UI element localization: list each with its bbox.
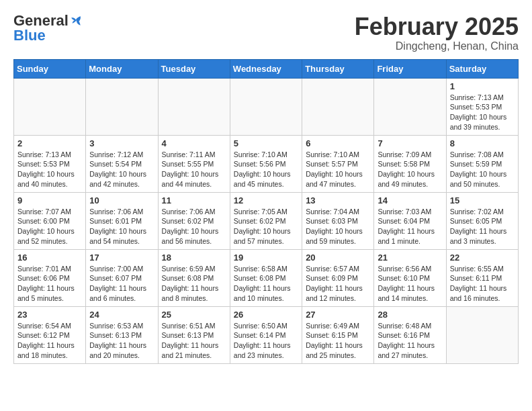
day-info: Sunrise: 7:08 AM Sunset: 5:59 PM Dayligh… — [450, 150, 515, 189]
day-number: 15 — [450, 195, 515, 205]
calendar-cell: 17Sunrise: 7:00 AM Sunset: 6:07 PM Dayli… — [86, 249, 158, 306]
calendar-cell: 19Sunrise: 6:58 AM Sunset: 6:08 PM Dayli… — [230, 249, 302, 306]
calendar-cell: 21Sunrise: 6:56 AM Sunset: 6:10 PM Dayli… — [374, 249, 446, 306]
calendar-cell: 5Sunrise: 7:10 AM Sunset: 5:56 PM Daylig… — [230, 135, 302, 192]
calendar-cell — [14, 78, 86, 135]
calendar-cell: 3Sunrise: 7:12 AM Sunset: 5:54 PM Daylig… — [86, 135, 158, 192]
day-number: 14 — [378, 195, 442, 205]
weekday-header: Wednesday — [230, 59, 302, 78]
calendar-cell — [374, 78, 446, 135]
page-header: General Blue February 2025 Dingcheng, He… — [13, 13, 519, 52]
day-number: 7 — [378, 138, 442, 148]
day-number: 6 — [306, 138, 370, 148]
calendar-week-row: 23Sunrise: 6:54 AM Sunset: 6:12 PM Dayli… — [14, 306, 519, 363]
weekday-header: Saturday — [446, 59, 518, 78]
day-number: 28 — [378, 310, 442, 320]
calendar-week-row: 1Sunrise: 7:13 AM Sunset: 5:53 PM Daylig… — [14, 78, 519, 135]
weekday-header: Tuesday — [158, 59, 230, 78]
weekday-header: Friday — [374, 59, 446, 78]
day-info: Sunrise: 7:10 AM Sunset: 5:56 PM Dayligh… — [234, 150, 298, 189]
calendar-cell: 24Sunrise: 6:53 AM Sunset: 6:13 PM Dayli… — [86, 306, 158, 363]
calendar-week-row: 9Sunrise: 7:07 AM Sunset: 6:00 PM Daylig… — [14, 192, 519, 249]
day-info: Sunrise: 7:01 AM Sunset: 6:06 PM Dayligh… — [17, 264, 82, 304]
calendar-cell: 26Sunrise: 6:50 AM Sunset: 6:14 PM Dayli… — [230, 306, 302, 363]
day-number: 13 — [306, 195, 370, 205]
calendar-cell: 14Sunrise: 7:03 AM Sunset: 6:04 PM Dayli… — [374, 192, 446, 249]
day-number: 16 — [17, 253, 82, 263]
day-number: 18 — [162, 253, 226, 263]
day-number: 21 — [378, 253, 442, 263]
day-number: 11 — [162, 195, 226, 205]
location-text: Dingcheng, Henan, China — [355, 40, 519, 52]
calendar-cell — [86, 78, 158, 135]
calendar-cell: 15Sunrise: 7:02 AM Sunset: 6:05 PM Dayli… — [446, 192, 518, 249]
weekday-header: Thursday — [302, 59, 374, 78]
calendar-cell: 8Sunrise: 7:08 AM Sunset: 5:59 PM Daylig… — [446, 135, 518, 192]
day-info: Sunrise: 7:00 AM Sunset: 6:07 PM Dayligh… — [89, 264, 154, 304]
calendar-cell: 25Sunrise: 6:51 AM Sunset: 6:13 PM Dayli… — [158, 306, 230, 363]
calendar-table: SundayMondayTuesdayWednesdayThursdayFrid… — [13, 59, 519, 364]
day-info: Sunrise: 6:59 AM Sunset: 6:08 PM Dayligh… — [162, 264, 226, 304]
day-number: 9 — [17, 195, 82, 205]
day-info: Sunrise: 6:50 AM Sunset: 6:14 PM Dayligh… — [234, 321, 298, 361]
day-info: Sunrise: 7:04 AM Sunset: 6:03 PM Dayligh… — [306, 207, 370, 246]
weekday-header: Sunday — [14, 59, 86, 78]
title-block: February 2025 Dingcheng, Henan, China — [355, 13, 519, 52]
day-info: Sunrise: 7:13 AM Sunset: 5:53 PM Dayligh… — [17, 150, 82, 189]
calendar-cell: 23Sunrise: 6:54 AM Sunset: 6:12 PM Dayli… — [14, 306, 86, 363]
day-info: Sunrise: 7:11 AM Sunset: 5:55 PM Dayligh… — [162, 150, 226, 189]
day-info: Sunrise: 6:49 AM Sunset: 6:15 PM Dayligh… — [306, 321, 370, 361]
day-info: Sunrise: 7:05 AM Sunset: 6:02 PM Dayligh… — [234, 207, 298, 246]
calendar-cell — [158, 78, 230, 135]
calendar-cell — [302, 78, 374, 135]
day-number: 1 — [450, 81, 515, 91]
calendar-cell: 1Sunrise: 7:13 AM Sunset: 5:53 PM Daylig… — [446, 78, 518, 135]
calendar-cell: 18Sunrise: 6:59 AM Sunset: 6:08 PM Dayli… — [158, 249, 230, 306]
day-number: 3 — [89, 138, 154, 148]
day-number: 10 — [89, 195, 154, 205]
day-info: Sunrise: 6:55 AM Sunset: 6:11 PM Dayligh… — [450, 264, 515, 304]
calendar-cell — [230, 78, 302, 135]
day-info: Sunrise: 7:03 AM Sunset: 6:04 PM Dayligh… — [378, 207, 442, 246]
day-number: 2 — [17, 138, 82, 148]
calendar-cell — [446, 306, 518, 363]
calendar-cell: 10Sunrise: 7:06 AM Sunset: 6:01 PM Dayli… — [86, 192, 158, 249]
calendar-cell: 16Sunrise: 7:01 AM Sunset: 6:06 PM Dayli… — [14, 249, 86, 306]
logo-bird-icon — [70, 15, 82, 27]
day-number: 8 — [450, 138, 515, 148]
day-info: Sunrise: 7:02 AM Sunset: 6:05 PM Dayligh… — [450, 207, 515, 246]
day-info: Sunrise: 7:07 AM Sunset: 6:00 PM Dayligh… — [17, 207, 82, 246]
day-info: Sunrise: 7:12 AM Sunset: 5:54 PM Dayligh… — [89, 150, 154, 189]
day-info: Sunrise: 6:58 AM Sunset: 6:08 PM Dayligh… — [234, 264, 298, 304]
calendar-week-row: 16Sunrise: 7:01 AM Sunset: 6:06 PM Dayli… — [14, 249, 519, 306]
calendar-cell: 13Sunrise: 7:04 AM Sunset: 6:03 PM Dayli… — [302, 192, 374, 249]
calendar-cell: 2Sunrise: 7:13 AM Sunset: 5:53 PM Daylig… — [14, 135, 86, 192]
calendar-week-row: 2Sunrise: 7:13 AM Sunset: 5:53 PM Daylig… — [14, 135, 519, 192]
day-info: Sunrise: 6:53 AM Sunset: 6:13 PM Dayligh… — [89, 321, 154, 361]
day-number: 17 — [89, 253, 154, 263]
day-info: Sunrise: 6:51 AM Sunset: 6:13 PM Dayligh… — [162, 321, 226, 361]
calendar-cell: 4Sunrise: 7:11 AM Sunset: 5:55 PM Daylig… — [158, 135, 230, 192]
day-info: Sunrise: 7:09 AM Sunset: 5:58 PM Dayligh… — [378, 150, 442, 189]
day-number: 22 — [450, 253, 515, 263]
calendar-cell: 22Sunrise: 6:55 AM Sunset: 6:11 PM Dayli… — [446, 249, 518, 306]
day-info: Sunrise: 6:57 AM Sunset: 6:09 PM Dayligh… — [306, 264, 370, 304]
day-info: Sunrise: 7:13 AM Sunset: 5:53 PM Dayligh… — [450, 93, 515, 132]
calendar-cell: 27Sunrise: 6:49 AM Sunset: 6:15 PM Dayli… — [302, 306, 374, 363]
day-info: Sunrise: 6:54 AM Sunset: 6:12 PM Dayligh… — [17, 321, 82, 361]
day-info: Sunrise: 6:56 AM Sunset: 6:10 PM Dayligh… — [378, 264, 442, 304]
logo-blue-text: Blue — [13, 28, 46, 43]
calendar-cell: 6Sunrise: 7:10 AM Sunset: 5:57 PM Daylig… — [302, 135, 374, 192]
weekday-header: Monday — [86, 59, 158, 78]
month-title: February 2025 — [355, 13, 519, 40]
day-number: 5 — [234, 138, 298, 148]
day-number: 19 — [234, 253, 298, 263]
calendar-cell: 9Sunrise: 7:07 AM Sunset: 6:00 PM Daylig… — [14, 192, 86, 249]
day-number: 20 — [306, 253, 370, 263]
day-info: Sunrise: 6:48 AM Sunset: 6:16 PM Dayligh… — [378, 321, 442, 361]
calendar-cell: 12Sunrise: 7:05 AM Sunset: 6:02 PM Dayli… — [230, 192, 302, 249]
weekday-header-row: SundayMondayTuesdayWednesdayThursdayFrid… — [14, 59, 519, 78]
day-number: 4 — [162, 138, 226, 148]
calendar-cell: 11Sunrise: 7:06 AM Sunset: 6:02 PM Dayli… — [158, 192, 230, 249]
day-info: Sunrise: 7:10 AM Sunset: 5:57 PM Dayligh… — [306, 150, 370, 189]
